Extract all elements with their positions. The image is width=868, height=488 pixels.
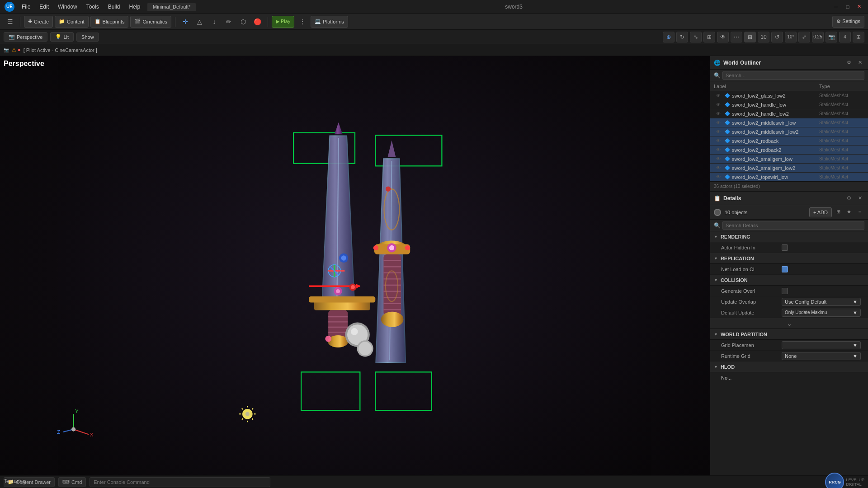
- visibility-icon[interactable]: 👁: [714, 129, 723, 134]
- rotation-snap-button[interactable]: ↺: [771, 32, 783, 42]
- details-settings-button[interactable]: ⚙: [844, 194, 854, 203]
- svg-text:X: X: [90, 432, 94, 437]
- lit-button[interactable]: 💡 Lit: [50, 32, 74, 42]
- outliner-row[interactable]: 👁 🔷 sword_low2_topswirl_low StaticMeshAc…: [710, 173, 868, 181]
- update-overlap-dropdown[interactable]: Use Config Default ▼: [782, 298, 861, 306]
- object-indicator: [714, 209, 721, 216]
- outliner-settings-button[interactable]: ⚙: [844, 58, 854, 67]
- vis-button[interactable]: 👁: [717, 32, 729, 42]
- actor-hidden-checkbox[interactable]: [782, 244, 788, 251]
- record-icon: ●: [18, 47, 21, 53]
- play-button[interactable]: ▶ Play: [272, 16, 294, 28]
- rendering-section-header[interactable]: ▼ RENDERING: [710, 231, 868, 242]
- outliner-row[interactable]: 👁 🔷 sword_low2_middleswirl_low2 StaticMe…: [710, 127, 868, 136]
- world-icon: 🌐: [714, 60, 721, 66]
- update-overlap-row: Update Overlap Use Config Default ▼: [710, 296, 868, 307]
- translate-tool-button[interactable]: ⊕: [663, 32, 675, 42]
- add-component-button[interactable]: + ADD: [809, 207, 832, 217]
- layout-button[interactable]: ⊞: [853, 32, 864, 42]
- separator-2: [175, 17, 175, 27]
- grid-size[interactable]: 10: [758, 32, 769, 42]
- default-update-dropdown[interactable]: Only Update Maximu ▼: [782, 309, 861, 317]
- mesh-paint-button[interactable]: ✏: [222, 16, 235, 28]
- details-filter-button[interactable]: ⊞: [834, 207, 843, 216]
- visibility-icon[interactable]: 👁: [714, 111, 723, 116]
- menu-help[interactable]: Help: [125, 3, 144, 11]
- visibility-icon[interactable]: 👁: [714, 120, 723, 125]
- outliner-row[interactable]: 👁 🔷 sword_low2_redback2 StaticMeshAct: [710, 145, 868, 155]
- runtime-grid-dropdown[interactable]: None ▼: [782, 352, 861, 360]
- world-partition-section-header[interactable]: ▼ WORLD PARTITION: [710, 329, 868, 340]
- mesh-icon: 🔷: [725, 120, 730, 125]
- warning-icon: ⚠: [12, 47, 16, 53]
- show-button[interactable]: Show: [76, 33, 99, 42]
- outliner-row[interactable]: 👁 🔷 sword_low2_smallgem_low2 StaticMeshA…: [710, 164, 868, 173]
- maximize-button[interactable]: □: [844, 3, 852, 11]
- outliner-footer: 36 actors (10 selected): [710, 181, 868, 191]
- collision-label: COLLISION: [721, 277, 748, 283]
- outliner-row[interactable]: 👁 🔷 sword_low2_redback StaticMeshAct: [710, 136, 868, 145]
- menu-build[interactable]: Build: [104, 3, 124, 11]
- details-search-input[interactable]: [722, 221, 864, 230]
- visibility-icon[interactable]: 👁: [714, 165, 723, 170]
- cmd-button[interactable]: ⌨ Cmd: [58, 477, 86, 487]
- visibility-icon[interactable]: 👁: [714, 147, 723, 152]
- visibility-icon[interactable]: 👁: [714, 138, 723, 143]
- geometry-button[interactable]: ⬡: [237, 16, 250, 28]
- perspective-button[interactable]: 📷 Perspective: [4, 32, 47, 42]
- hlod-section-header[interactable]: ▼ HLOD: [710, 361, 868, 372]
- scale-snap-button[interactable]: ⤢: [798, 32, 810, 42]
- visibility-icon[interactable]: 👁: [714, 102, 723, 107]
- outliner-row[interactable]: 👁 🔷 sword_low2_smallgem_low StaticMeshAc…: [710, 155, 868, 164]
- replication-section-header[interactable]: ▼ REPLICATION: [710, 253, 868, 264]
- details-layout-button[interactable]: ≡: [855, 207, 864, 216]
- more-options-button[interactable]: ⋯: [731, 32, 742, 42]
- svg-line-74: [242, 418, 243, 419]
- collision-more-button[interactable]: ⌄: [710, 318, 868, 329]
- menu-file[interactable]: File: [18, 3, 34, 11]
- details-close-button[interactable]: ✕: [855, 194, 864, 203]
- outliner-search-input[interactable]: [722, 71, 864, 80]
- current-tab[interactable]: Minimal_Default*: [147, 3, 196, 11]
- camera-speed-button[interactable]: 📷: [826, 32, 837, 42]
- close-button[interactable]: ✕: [855, 3, 863, 11]
- blueprints-button[interactable]: 📋 Blueprints: [90, 16, 129, 28]
- minimize-button[interactable]: ─: [832, 3, 840, 11]
- scale-tool-button[interactable]: ⤡: [690, 32, 702, 42]
- select-mode-button[interactable]: ✛: [179, 16, 192, 28]
- layer-num[interactable]: 4: [839, 32, 851, 42]
- menu-window[interactable]: Window: [54, 3, 81, 11]
- snap-button[interactable]: ⊞: [703, 32, 715, 42]
- details-star-button[interactable]: ★: [844, 207, 854, 216]
- settings-button[interactable]: ⚙ Settings: [832, 16, 864, 28]
- collision-section-header[interactable]: ▼ COLLISION: [710, 275, 868, 286]
- outliner-row[interactable]: 👁 🔷 sword_low2_handle_low StaticMeshAct: [710, 100, 868, 109]
- cinematics-button[interactable]: 🎬 Cinematics: [130, 16, 171, 28]
- viewport[interactable]: X Y Z Perspective: [0, 56, 710, 475]
- outliner-row[interactable]: 👁 🔷 sword_low2_middleswirl_low StaticMes…: [710, 118, 868, 127]
- create-button[interactable]: ✚ Create: [24, 16, 53, 28]
- play-options-button[interactable]: ⋮: [296, 16, 309, 28]
- net-load-checkbox[interactable]: [782, 266, 788, 272]
- foliage-mode-button[interactable]: ↓: [208, 16, 221, 28]
- visibility-icon[interactable]: 👁: [714, 93, 723, 98]
- grid-options-button[interactable]: ⊞: [744, 32, 756, 42]
- visibility-icon[interactable]: 👁: [714, 156, 723, 161]
- perspective-label: Perspective: [17, 34, 42, 40]
- landscape-mode-button[interactable]: △: [193, 16, 206, 28]
- attribute-button[interactable]: 🔴: [251, 16, 264, 28]
- rotate-tool-button[interactable]: ↻: [676, 32, 688, 42]
- outliner-row[interactable]: 👁 🔷 sword_low2_handle_low2 StaticMeshAct: [710, 109, 868, 118]
- menu-edit[interactable]: Edit: [36, 3, 52, 11]
- outliner-close-button[interactable]: ✕: [855, 58, 864, 67]
- outliner-row[interactable]: 👁 🔷 sword_low2_glass_low2 StaticMeshAct: [710, 91, 868, 100]
- titlebar: UE File Edit Window Tools Build Help Min…: [0, 0, 868, 14]
- visibility-icon[interactable]: 👁: [714, 174, 723, 179]
- console-input[interactable]: [90, 477, 270, 487]
- grid-placement-dropdown[interactable]: ▼: [782, 341, 861, 349]
- content-button[interactable]: 📁 Content: [55, 16, 89, 28]
- generate-overlap-checkbox[interactable]: [782, 288, 788, 294]
- platforms-button[interactable]: 💻 Platforms: [311, 16, 348, 28]
- menu-tools[interactable]: Tools: [83, 3, 103, 11]
- hamburger-menu-button[interactable]: ☰: [4, 16, 16, 28]
